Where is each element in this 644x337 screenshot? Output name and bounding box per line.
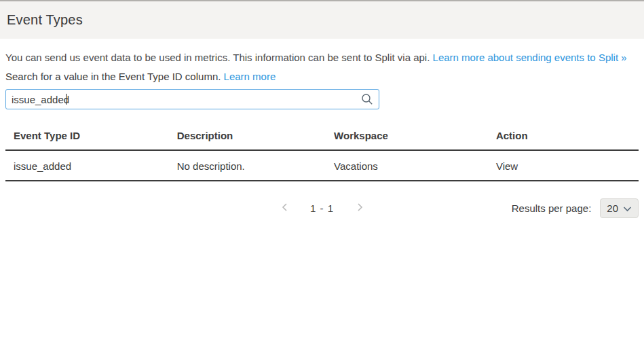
intro-text: You can send us event data to be used in… — [5, 52, 639, 63]
results-per-page-label: Results per page: — [512, 202, 592, 214]
search-icon[interactable] — [361, 93, 373, 105]
cell-description: No description. — [169, 150, 326, 181]
search-hint-body: Search for a value in the Event Type ID … — [5, 71, 221, 82]
text-caret — [66, 94, 67, 105]
main-content: You can send us event data to be used in… — [0, 52, 644, 219]
view-link[interactable]: View — [496, 160, 518, 172]
search-input[interactable] — [5, 89, 379, 109]
event-types-table: Event Type ID Description Workspace Acti… — [5, 120, 639, 181]
page-range: 1 - 1 — [310, 202, 334, 214]
pagination-bar: 1 - 1 Results per page: 20 — [5, 197, 639, 219]
column-header-workspace: Workspace — [326, 120, 488, 150]
column-header-description: Description — [169, 120, 326, 150]
search-box — [5, 89, 379, 109]
results-per-page-select[interactable]: 20 — [600, 198, 639, 218]
cell-action: View — [488, 150, 639, 181]
previous-page-button[interactable] — [279, 201, 290, 215]
page-title: Event Types — [7, 12, 83, 28]
learn-more-link[interactable]: Learn more — [224, 71, 276, 82]
search-hint: Search for a value in the Event Type ID … — [5, 71, 639, 82]
intro-text-body: You can send us event data to be used in… — [5, 52, 430, 63]
cell-workspace: Vacations — [326, 150, 488, 181]
results-per-page-group: Results per page: 20 — [512, 198, 639, 218]
column-header-action: Action — [488, 120, 639, 150]
page-header: Event Types — [0, 1, 644, 39]
table-row: issue_added No description. Vacations Vi… — [5, 150, 639, 181]
table-header-row: Event Type ID Description Workspace Acti… — [5, 120, 639, 150]
results-per-page-value: 20 — [607, 202, 618, 214]
chevron-right-icon — [356, 202, 364, 214]
column-header-event-type-id: Event Type ID — [5, 120, 169, 150]
chevron-left-icon — [280, 202, 288, 214]
cell-event-type-id: issue_added — [5, 150, 169, 181]
chevron-down-icon — [623, 202, 632, 214]
next-page-button[interactable] — [354, 201, 365, 215]
pager-controls: 1 - 1 — [279, 201, 365, 215]
learn-more-sending-events-link[interactable]: Learn more about sending events to Split… — [433, 52, 627, 63]
